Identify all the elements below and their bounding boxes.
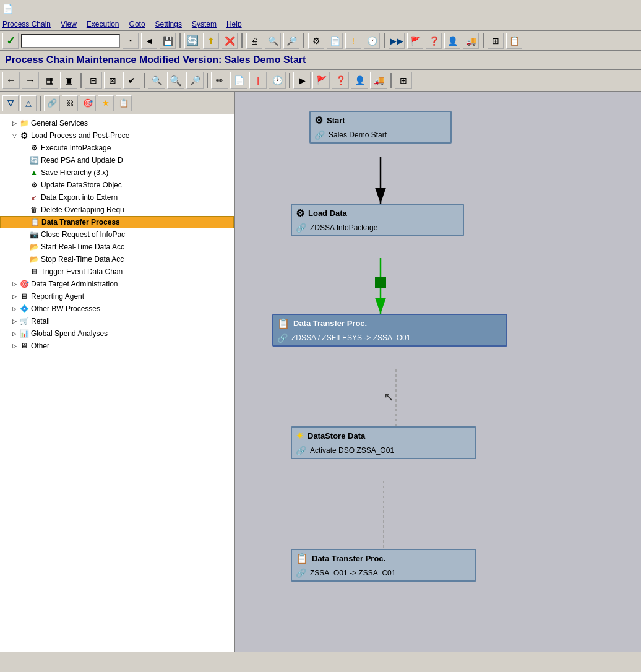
menu-system[interactable]: System xyxy=(192,20,217,28)
tree-item-retail[interactable]: ▷ 🛒 Retail xyxy=(0,315,234,327)
toggle-load-process[interactable]: ▽ xyxy=(10,131,19,140)
print-button[interactable]: 🖨 xyxy=(246,33,262,49)
icon-execute-infopackage: ⚙ xyxy=(28,142,40,153)
input-icon-button[interactable]: ▪ xyxy=(123,33,139,49)
user2-button[interactable]: 👤 xyxy=(351,72,368,89)
menu-goto[interactable]: Goto xyxy=(129,20,145,28)
tree-item-start-realtime[interactable]: 📂 Start Real-Time Data Acc xyxy=(0,241,234,253)
tree-item-data-target[interactable]: ▷ 🎯 Data Target Administration xyxy=(0,278,234,290)
refresh-button[interactable]: 🔄 xyxy=(184,33,200,49)
tree-area: ▷ 📁 General Services ▽ ⚙ Load Process an… xyxy=(0,114,234,652)
menu-execution[interactable]: Execution xyxy=(87,20,119,28)
tree-item-other[interactable]: ▷ 🖥 Other xyxy=(0,340,234,352)
play-button[interactable]: ▶▶ xyxy=(389,33,405,49)
truck2-button[interactable]: 🚚 xyxy=(370,72,387,89)
toggle-data-target[interactable]: ▷ xyxy=(10,280,19,288)
tree-item-other-bw[interactable]: ▷ 💠 Other BW Processes xyxy=(0,303,234,315)
page2-button[interactable]: 📄 xyxy=(230,72,247,89)
sep-tb2-4 xyxy=(289,73,290,88)
settings-button[interactable]: ⚙ xyxy=(308,33,324,49)
tree-item-execute-infopackage[interactable]: ⚙ Execute InfoPackage xyxy=(0,142,234,154)
warning-button[interactable]: ! xyxy=(345,33,361,49)
red-btn[interactable]: | xyxy=(249,72,267,89)
chain-button[interactable]: ⛓ xyxy=(62,95,78,111)
data-transfer-body: 🔗 ZDSSA / ZSFILESYS -> ZSSA_O01 xyxy=(273,332,506,345)
help-button[interactable]: ❓ xyxy=(426,33,442,49)
link-button[interactable]: 🔗 xyxy=(44,95,60,111)
filter-all-button[interactable]: ▽ xyxy=(2,95,19,111)
datastore-node[interactable]: ✴ DataStore Data 🔗 Activate DSO ZSSA_O01 xyxy=(291,426,476,459)
tree-item-trigger-event[interactable]: 🖥 Trigger Event Data Chan xyxy=(0,265,234,278)
grid-button[interactable]: ⊞ xyxy=(488,33,504,49)
tree-item-data-transfer[interactable]: 📋 Data Transfer Process xyxy=(0,216,234,228)
tree-item-save-hierarchy[interactable]: ▲ Save Hierarchy (3.x) xyxy=(0,166,234,179)
menu-settings[interactable]: Settings xyxy=(155,20,182,28)
menu-process-chain[interactable]: Process Chain xyxy=(2,20,51,28)
filter-up-button[interactable]: △ xyxy=(20,95,37,111)
back-button[interactable]: ← xyxy=(2,72,20,89)
data-transfer2-node[interactable]: 📋 Data Transfer Proc. 🔗 ZSSA_O01 -> ZSSA… xyxy=(291,549,476,582)
flag-button[interactable]: 🚩 xyxy=(407,33,423,49)
toggle-reporting-agent[interactable]: ▷ xyxy=(10,292,19,301)
toggle-other[interactable]: ▷ xyxy=(10,342,19,350)
command-input[interactable] xyxy=(21,34,120,48)
zoom-out-button[interactable]: 🔎 xyxy=(186,72,204,89)
save-button[interactable]: 💾 xyxy=(160,33,176,49)
tree-item-read-psa[interactable]: 🔄 Read PSA and Update D xyxy=(0,154,234,166)
stop-button[interactable]: ❌ xyxy=(222,33,238,49)
grid3-button[interactable]: ▣ xyxy=(60,72,77,89)
tree-item-general-services[interactable]: ▷ 📁 General Services xyxy=(0,117,234,129)
start-node-icon: ⚙ xyxy=(314,114,323,126)
clock2-button[interactable]: 🕐 xyxy=(269,72,286,89)
toggle-other-bw[interactable]: ▷ xyxy=(10,304,19,313)
data-transfer-header: 📋 Data Transfer Proc. xyxy=(273,315,506,332)
toolbar-top: ✓ ▪ ◄ 💾 🔄 ⬆ ❌ 🖨 🔍 🔎 ⚙ 📄 ! 🕐 ▶▶ 🚩 ❓ 👤 🚚 ⊞… xyxy=(0,31,641,51)
user-button[interactable]: 👤 xyxy=(444,33,460,49)
tree-item-data-export[interactable]: ↙ Data Export into Extern xyxy=(0,191,234,204)
separator-5 xyxy=(483,33,484,48)
search-button[interactable]: 🔍 xyxy=(148,72,165,89)
find-button[interactable]: 🔍 xyxy=(265,33,281,49)
start-node[interactable]: ⚙ Start 🔗 Sales Demo Start xyxy=(309,111,452,144)
tree-item-close-request[interactable]: 📷 Close Request of InfoPac xyxy=(0,228,234,241)
star-button[interactable]: ★ xyxy=(98,95,114,111)
layout-button[interactable]: ⊟ xyxy=(85,72,102,89)
extra-button[interactable]: 📋 xyxy=(506,33,522,49)
tree-item-stop-realtime[interactable]: 📂 Stop Real-Time Data Acc xyxy=(0,253,234,265)
zoom-in-button[interactable]: 🔍 xyxy=(167,72,184,89)
arrange-button[interactable]: ⊠ xyxy=(104,72,121,89)
icon-other-bw: 💠 xyxy=(19,303,30,314)
layout2-button[interactable]: ⊞ xyxy=(395,72,412,89)
target-button[interactable]: 🎯 xyxy=(80,95,96,111)
up-button[interactable]: ⬆ xyxy=(203,33,219,49)
icon-general-services: 📁 xyxy=(19,118,30,129)
data-transfer-node[interactable]: 📋 Data Transfer Proc. 🔗 ZDSSA / ZSFILESY… xyxy=(272,314,507,347)
nav-left-button[interactable]: ◄ xyxy=(141,33,157,49)
truck-button[interactable]: 🚚 xyxy=(463,33,479,49)
tree-item-delete-overlapping[interactable]: 🗑 Delete Overlapping Requ xyxy=(0,204,234,216)
play2-button[interactable]: ▶ xyxy=(293,72,311,89)
toggle-global-spend[interactable]: ▷ xyxy=(10,329,19,338)
flag2-button[interactable]: 🚩 xyxy=(312,72,330,89)
clock-button[interactable]: 🕐 xyxy=(364,33,380,49)
check-button[interactable]: ✓ xyxy=(2,33,19,49)
menu-help[interactable]: Help xyxy=(226,20,242,28)
tree-item-reporting-agent[interactable]: ▷ 🖥 Reporting Agent xyxy=(0,290,234,303)
load-data-node[interactable]: ⚙ Load Data 🔗 ZDSSA InfoPackage xyxy=(291,204,464,236)
data-transfer2-sub-icon: 🔗 xyxy=(296,568,306,578)
toggle-retail[interactable]: ▷ xyxy=(10,317,19,325)
pencil-button[interactable]: ✏ xyxy=(211,72,228,89)
grid2-button[interactable]: ▦ xyxy=(41,72,58,89)
icon-retail: 🛒 xyxy=(19,316,30,327)
doc2-button[interactable]: 📋 xyxy=(116,95,132,111)
help2-button[interactable]: ❓ xyxy=(332,72,349,89)
doc-button[interactable]: 📄 xyxy=(327,33,343,49)
menu-view[interactable]: View xyxy=(61,20,77,28)
find2-button[interactable]: 🔎 xyxy=(283,33,299,49)
tree-item-global-spend[interactable]: ▷ 📊 Global Spend Analyses xyxy=(0,327,234,340)
check2-button[interactable]: ✔ xyxy=(123,72,140,89)
toggle-general-services[interactable]: ▷ xyxy=(10,119,19,127)
tree-item-load-process[interactable]: ▽ ⚙ Load Process and Post-Proce xyxy=(0,129,234,142)
forward-button[interactable]: → xyxy=(22,72,39,89)
tree-item-update-datastore[interactable]: ⚙ Update DataStore Objec xyxy=(0,179,234,191)
